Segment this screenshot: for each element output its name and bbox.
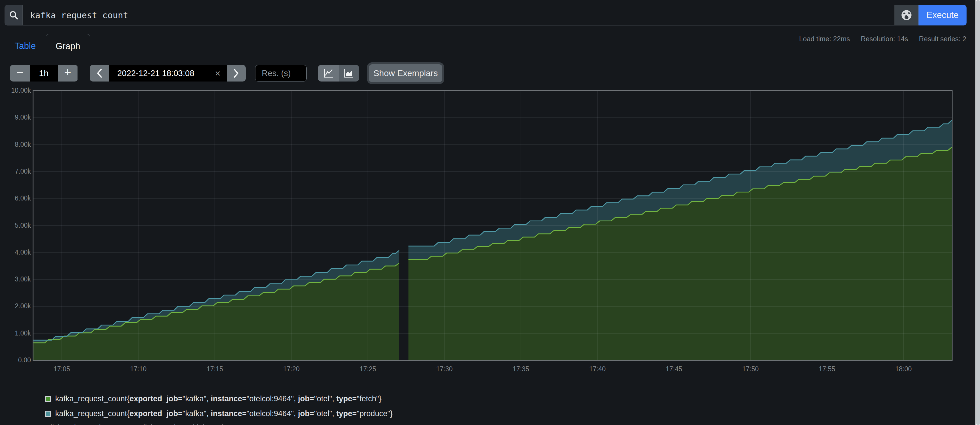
execute-button[interactable]: Execute [918, 5, 967, 25]
x-tick-label: 17:15 [207, 365, 223, 373]
query-stats: Load time: 22ms Resolution: 14s Result s… [799, 35, 966, 43]
y-tick-label: 7.00k [2, 167, 31, 175]
stacked-area-chart [33, 91, 952, 360]
load-time: Load time: 22ms [799, 35, 850, 43]
x-tick-label: 17:25 [360, 365, 376, 373]
page-scrollbar[interactable] [975, 0, 980, 425]
datetime-input-wrap: × [109, 65, 227, 81]
x-tick-label: 17:45 [666, 365, 682, 373]
chart-legend: kafka_request_count{exported_job="kafka"… [45, 391, 393, 425]
datetime-input[interactable] [109, 68, 227, 78]
resolution: Resolution: 14s [861, 35, 908, 43]
line-chart-toggle-button[interactable] [318, 65, 339, 81]
legend-hint: Click: select series, CMD + click: toggl… [45, 423, 393, 425]
legend-swatch [45, 411, 51, 417]
y-tick-label: 0.00 [2, 357, 31, 364]
chart-type-toggle [318, 65, 359, 81]
result-series: Result series: 2 [919, 35, 966, 43]
y-tick-label: 8.00k [2, 141, 31, 148]
x-tick-label: 17:40 [589, 365, 606, 373]
datetime-control: × [90, 65, 246, 81]
query-bar: Execute [5, 5, 967, 25]
show-exemplars-button[interactable]: Show Exemplars [369, 64, 442, 82]
x-tick-label: 17:05 [54, 365, 70, 373]
y-tick-label: 2.00k [2, 302, 31, 310]
y-tick-label: 4.00k [2, 248, 31, 256]
x-tick-label: 17:35 [512, 365, 529, 373]
search-icon [9, 10, 19, 20]
chart-plot-area[interactable] [33, 90, 953, 361]
legend-series-row[interactable]: kafka_request_count{exported_job="kafka"… [45, 391, 393, 406]
legend-series-row[interactable]: kafka_request_count{exported_job="kafka"… [45, 406, 393, 421]
range-input[interactable] [30, 65, 58, 81]
y-tick-label: 6.00k [2, 194, 31, 202]
stacked-chart-toggle-button[interactable] [339, 65, 359, 81]
y-tick-label: 10.00k [2, 87, 31, 94]
scrollbar-thumb[interactable] [976, 0, 980, 425]
view-tabs: Table Graph [5, 34, 90, 58]
search-icon-box [5, 5, 22, 25]
query-input[interactable] [22, 5, 894, 25]
increase-range-button[interactable]: + [58, 65, 78, 81]
x-tick-label: 17:10 [130, 365, 147, 373]
x-tick-label: 18:00 [895, 365, 912, 373]
clear-datetime-icon[interactable]: × [215, 68, 221, 78]
tab-table[interactable]: Table [5, 34, 46, 58]
x-tick-label: 17:50 [742, 365, 759, 373]
decrease-range-button[interactable]: − [10, 65, 30, 81]
stacked-chart-icon [343, 68, 354, 79]
tab-graph[interactable]: Graph [46, 34, 90, 58]
time-back-button[interactable] [90, 65, 109, 81]
y-tick-label: 9.00k [2, 113, 31, 121]
y-tick-label: 5.00k [2, 222, 31, 229]
legend-swatch [45, 396, 51, 402]
legend-series-label: kafka_request_count{exported_job="kafka"… [55, 409, 393, 418]
x-tick-label: 17:55 [819, 365, 835, 373]
line-chart-icon [323, 68, 334, 79]
y-tick-label: 1.00k [2, 329, 31, 337]
duration-control: − + [10, 65, 78, 81]
resolution-input[interactable] [255, 65, 307, 81]
x-tick-label: 17:20 [283, 365, 300, 373]
timezone-globe-button[interactable] [894, 5, 918, 25]
legend-series-label: kafka_request_count{exported_job="kafka"… [55, 395, 382, 403]
globe-icon [900, 9, 913, 21]
query-input-group [5, 5, 894, 25]
y-tick-label: 3.00k [2, 275, 31, 283]
x-tick-label: 17:30 [436, 365, 453, 373]
time-forward-button[interactable] [227, 65, 246, 81]
